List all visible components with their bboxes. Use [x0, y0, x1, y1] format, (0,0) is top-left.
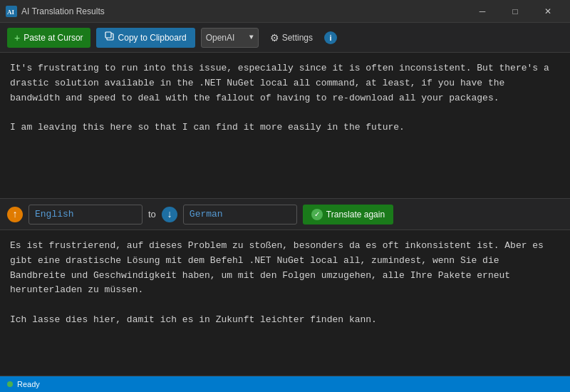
gear-icon: ⚙	[270, 32, 279, 43]
copy-label: Copy to Clipboard	[118, 33, 187, 43]
maximize-button[interactable]: □	[499, 0, 532, 23]
svg-text:AI: AI	[7, 9, 14, 16]
to-label: to	[148, 209, 156, 220]
translated-text: Es ist frustrierend, auf dieses Problem …	[10, 239, 560, 328]
minimize-button[interactable]: ─	[466, 0, 499, 23]
plus-icon: +	[14, 32, 20, 43]
copy-button[interactable]: Copy to Clipboard	[96, 28, 195, 48]
target-language-input[interactable]	[183, 205, 297, 225]
paste-button[interactable]: + Paste at Cursor	[7, 28, 90, 48]
app-icon: AI	[6, 6, 17, 17]
translated-text-panel: Es ist frustrierend, auf dieses Problem …	[0, 230, 570, 376]
source-text-panel: It's frustrating to run into this issue,…	[0, 53, 570, 199]
info-button[interactable]: i	[324, 31, 337, 44]
window-title: AI Translation Results	[21, 6, 466, 16]
source-text: It's frustrating to run into this issue,…	[10, 61, 560, 135]
model-selector[interactable]: OpenAI GPT-4 Claude ▼	[201, 28, 259, 48]
paste-label: Paste at Cursor	[24, 33, 83, 43]
source-lang-arrow-icon: ↑	[7, 207, 23, 222]
source-language-input[interactable]	[28, 205, 142, 225]
statusbar: Ready	[0, 376, 570, 392]
target-lang-arrow-icon: ↓	[162, 207, 177, 222]
window-controls: ─ □ ✕	[466, 0, 564, 23]
language-bar: ↑ to ↓ ✓ Translate again	[0, 199, 570, 230]
translate-button[interactable]: ✓ Translate again	[303, 205, 393, 225]
titlebar: AI AI Translation Results ─ □ ✕	[0, 0, 570, 23]
close-button[interactable]: ✕	[532, 0, 564, 23]
status-label: Ready	[17, 380, 40, 388]
toolbar: + Paste at Cursor Copy to Clipboard Open…	[0, 23, 570, 53]
settings-label: Settings	[282, 33, 313, 43]
chevron-down-icon: ▼	[249, 33, 254, 41]
status-dot-icon	[7, 381, 13, 387]
copy-icon	[105, 31, 115, 43]
svg-rect-3	[105, 32, 111, 38]
check-icon: ✓	[311, 209, 323, 220]
info-label: i	[329, 33, 331, 42]
translate-label: Translate again	[326, 210, 385, 220]
model-select-input[interactable]: OpenAI GPT-4 Claude	[206, 33, 247, 43]
settings-button[interactable]: ⚙ Settings	[264, 28, 318, 48]
